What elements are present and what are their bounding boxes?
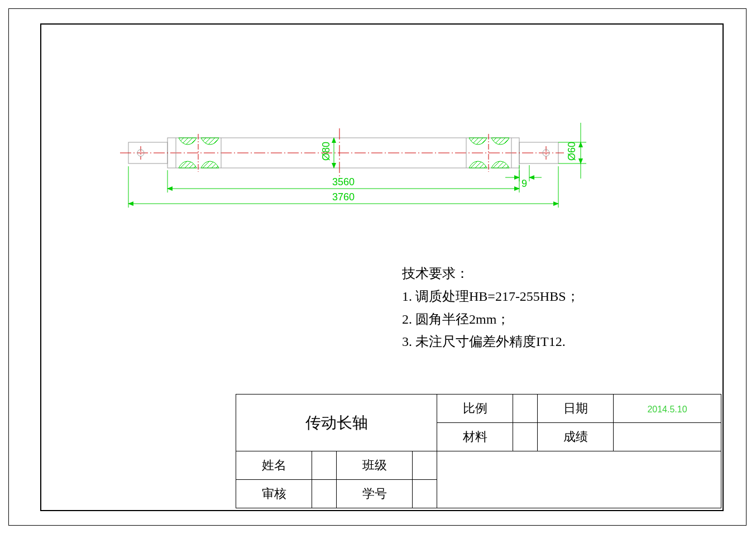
svg-text:Ø80: Ø80 (320, 142, 332, 161)
review-value (312, 480, 337, 508)
svg-text:3760: 3760 (332, 191, 355, 203)
class-value (413, 451, 437, 480)
notes-item1: 1. 调质处理HB=217-255HBS； (402, 285, 580, 308)
shaft-body (120, 128, 586, 179)
dim-d60: Ø60 (566, 123, 581, 179)
material-label: 材料 (437, 423, 513, 451)
date-value: 2014.5.10 (614, 395, 721, 423)
blank-area (437, 451, 721, 508)
technical-notes: 技术要求： 1. 调质处理HB=217-255HBS； 2. 圆角半径2mm； … (402, 262, 580, 353)
scale-label: 比例 (437, 395, 513, 423)
scale-value (513, 395, 538, 423)
dim-gap9: 9 (505, 165, 542, 189)
notes-title: 技术要求： (402, 262, 580, 285)
name-value (312, 451, 337, 480)
dim-3560: 3560 (168, 170, 519, 193)
id-label: 学号 (337, 480, 413, 508)
svg-text:Ø60: Ø60 (566, 142, 577, 161)
drawing-title: 传动长轴 (236, 395, 437, 451)
title-block: 传动长轴 比例 日期 2014.5.10 材料 成绩 姓名 班级 审核 学号 (236, 394, 721, 508)
notes-item3: 3. 未注尺寸偏差外精度IT12. (402, 330, 580, 353)
notes-item2: 2. 圆角半径2mm； (402, 308, 580, 331)
date-label: 日期 (538, 395, 614, 423)
review-label: 审核 (236, 480, 312, 508)
material-value (513, 423, 538, 451)
svg-text:9: 9 (521, 178, 527, 189)
class-label: 班级 (337, 451, 413, 480)
id-value (413, 480, 437, 508)
svg-text:3560: 3560 (332, 176, 355, 187)
grade-label: 成绩 (538, 423, 614, 451)
name-label: 姓名 (236, 451, 312, 480)
grade-value (614, 423, 721, 451)
